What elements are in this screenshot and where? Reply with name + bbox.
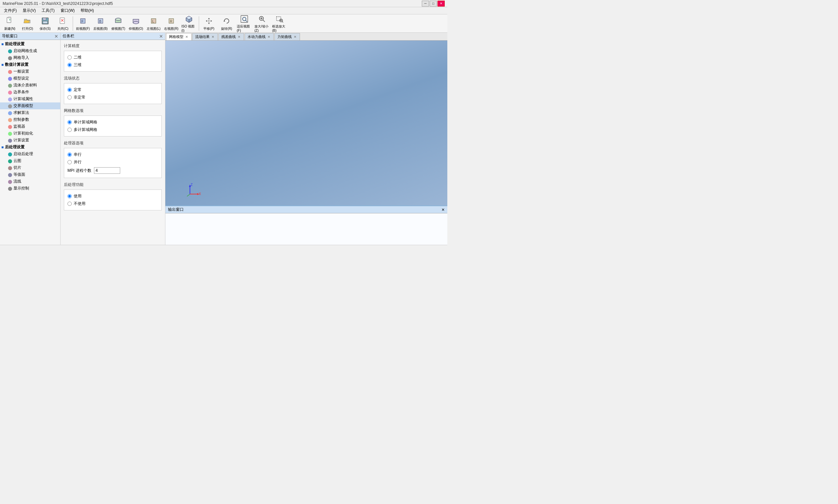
fitview-icon [239, 14, 249, 23]
svg-point-14 [115, 18, 121, 20]
tab-flow-results[interactable]: 流场结果 ✕ [192, 33, 218, 40]
nav-tree: ■ 前处理设置 ⬤ 启动网格生成 ⬤ 网格导入 ■ 数值计算设置 ⬤ 一般设置 … [0, 40, 60, 245]
nav-start-post-label: 启动后处理 [14, 151, 33, 157]
nav-item-import-mesh[interactable]: ⬤ 网格导入 [0, 54, 60, 61]
nav-item-streamline[interactable]: ⬤ 流线 [0, 178, 60, 185]
nav-item-monitor[interactable]: ⬤ 监视器 [0, 123, 60, 130]
toolbar-top-label: 俯视图(T) [111, 26, 125, 31]
viewport-3d[interactable]: Z X [165, 40, 447, 205]
mpi-row: MPI 进程个数 [68, 166, 158, 175]
tab-torque-curve[interactable]: 力矩曲线 ✕ [275, 33, 300, 40]
serial-row: 串行 [68, 151, 158, 158]
toolbar-pan-button[interactable]: 平移(P) [200, 15, 217, 32]
tab-mesh-model[interactable]: 网格模型 ✕ [166, 33, 192, 40]
minimize-button[interactable]: ─ [422, 1, 429, 6]
toolbar-boxzoom-button[interactable]: 框选放大(B) [271, 15, 288, 32]
task-panel: 任务栏 ✕ 计算精度 二维 三维 流场 [60, 33, 165, 245]
nav-item-calcsettings[interactable]: ⬤ 计算设置 [0, 137, 60, 144]
menu-help[interactable]: 帮助(H) [78, 7, 97, 14]
menu-bar: 文件(F) 显示(V) 工具(T) 窗口(W) 帮助(H) [0, 7, 447, 14]
toolbar-close-button[interactable]: 关闭(C) [54, 15, 71, 32]
tab-residual-curve-close[interactable]: ✕ [237, 35, 241, 39]
serial-label: 串行 [74, 152, 82, 158]
toolbar-fitview-button[interactable]: 适应视图(F) [236, 15, 253, 32]
nav-item-interface[interactable]: ⬤ 交界面模型 [0, 103, 60, 109]
calc-2d-radio[interactable] [68, 55, 72, 59]
tab-mesh-model-label: 网格模型 [169, 34, 184, 39]
nav-item-start-post[interactable]: ⬤ 启动后处理 [0, 150, 60, 158]
tab-mesh-model-close[interactable]: ✕ [185, 35, 189, 39]
toolbar-front-button[interactable]: F 前视图(F) [74, 15, 91, 32]
toolbar-zoom-button[interactable]: 放大/缩小(Z) [254, 15, 270, 32]
tab-hydro-curve[interactable]: 水动力曲线 ✕ [245, 33, 274, 40]
nav-section-numcalc[interactable]: ■ 数值计算设置 [0, 61, 60, 68]
nav-section-postprocess[interactable]: ■ 后处理设置 [0, 144, 60, 150]
close-button[interactable]: ✕ [437, 1, 445, 6]
toolbar-iso-button[interactable]: ISO 视图(I) [180, 15, 197, 32]
toolbar-back-label: 后视图(B) [93, 26, 107, 31]
calc-3d-radio[interactable] [68, 63, 72, 67]
general-icon: ⬤ [8, 69, 12, 74]
serial-radio[interactable] [68, 152, 72, 157]
nav-item-slice[interactable]: ⬤ 切片 [0, 164, 60, 171]
task-panel-close[interactable]: ✕ [159, 34, 163, 39]
toolbar-rotate-button[interactable]: 旋转(R) [218, 15, 235, 32]
toolbar-bottom-label: 仰视图(O) [129, 26, 143, 31]
no-post-radio[interactable] [68, 202, 72, 206]
nav-item-boundary[interactable]: ⬤ 边界条件 [0, 89, 60, 95]
nav-item-solver[interactable]: ⬤ 求解算法 [0, 109, 60, 116]
nav-cloud-label: 云图 [14, 158, 21, 164]
nav-item-domain[interactable]: ⬤ 计算域属性 [0, 95, 60, 103]
nav-item-start-mesh[interactable]: ⬤ 启动网格生成 [0, 48, 60, 54]
single-mesh-radio[interactable] [68, 120, 72, 124]
flow-state-title: 流场状态 [64, 76, 162, 81]
nav-panel-close[interactable]: ✕ [54, 34, 58, 39]
nav-item-cloud[interactable]: ⬤ 云图 [0, 158, 60, 164]
nav-slice-label: 切片 [14, 165, 21, 170]
toolbar-top-button[interactable]: 俯视图(T) [110, 15, 127, 32]
toolbar-front-label: 前视图(F) [76, 26, 90, 31]
tab-hydro-curve-close[interactable]: ✕ [267, 35, 271, 39]
nav-item-display[interactable]: ⬤ 显示控制 [0, 185, 60, 192]
nav-item-general[interactable]: ⬤ 一般设置 [0, 68, 60, 75]
use-post-radio[interactable] [68, 194, 72, 198]
menu-file[interactable]: 文件(F) [1, 7, 19, 14]
steady-radio[interactable] [68, 88, 72, 92]
nav-item-model[interactable]: ⬤ 模型设定 [0, 75, 60, 82]
start-post-icon: ⬤ [8, 152, 12, 157]
menu-tools[interactable]: 工具(T) [39, 7, 57, 14]
nav-item-fluid[interactable]: ⬤ 流体介质材料 [0, 82, 60, 89]
nav-preprocess-label: 前处理设置 [5, 41, 24, 47]
menu-view[interactable]: 显示(V) [20, 7, 38, 14]
flow-state-box: 定常 非定常 [64, 83, 162, 104]
unsteady-radio[interactable] [68, 95, 72, 100]
tab-torque-curve-close[interactable]: ✕ [293, 35, 297, 39]
no-post-label: 不使用 [74, 201, 86, 206]
output-header: 输出窗口 ✕ [165, 206, 447, 213]
mpi-label: MPI 进程个数 [68, 168, 91, 174]
fluid-icon: ⬤ [8, 83, 12, 88]
toolbar-left-button[interactable]: L 左视图(L) [145, 15, 162, 32]
nav-item-init[interactable]: ⬤ 计算初始化 [0, 130, 60, 137]
parallel-radio[interactable] [68, 160, 72, 164]
mpi-input[interactable] [94, 167, 120, 174]
multi-mesh-radio[interactable] [68, 128, 72, 132]
single-mesh-label: 单计算域网格 [74, 120, 97, 125]
toolbar-open-button[interactable]: 打开(O) [19, 15, 36, 32]
title-bar: MarineFlow 2025.01 - D:\NaViiX3_test\202… [0, 0, 447, 7]
toolbar-back-button[interactable]: B 后视图(B) [92, 15, 109, 32]
tab-flow-results-close[interactable]: ✕ [211, 35, 215, 39]
output-close[interactable]: ✕ [441, 208, 445, 212]
maximize-button[interactable]: □ [430, 1, 437, 6]
output-title: 输出窗口 [168, 207, 184, 212]
tab-residual-curve[interactable]: 残差曲线 ✕ [219, 33, 244, 40]
toolbar-right-button[interactable]: R 右视图(R) [163, 15, 180, 32]
nav-item-contour[interactable]: ⬤ 等值面 [0, 171, 60, 178]
nav-postprocess-label: 后处理设置 [5, 144, 24, 150]
toolbar-save-button[interactable]: 保存(S) [37, 15, 54, 32]
nav-section-preprocess[interactable]: ■ 前处理设置 [0, 40, 60, 48]
menu-window[interactable]: 窗口(W) [58, 7, 77, 14]
nav-item-control[interactable]: ⬤ 控制参数 [0, 116, 60, 123]
toolbar-new-button[interactable]: 新建(N) [1, 15, 18, 32]
toolbar-bottom-button[interactable]: 仰视图(O) [127, 15, 144, 32]
